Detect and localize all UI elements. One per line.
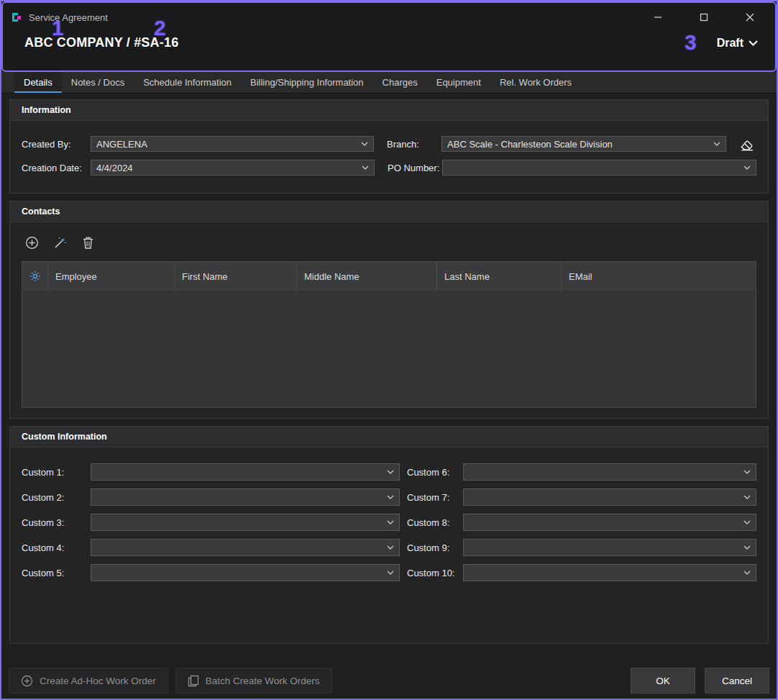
chevron-down-icon [383, 571, 394, 575]
custom-4-label: Custom 4: [22, 542, 91, 553]
service-agreement-window: Service Agreement ABC COMPANY / #SA-16 D… [0, 0, 778, 700]
custom-2-combobox[interactable] [91, 488, 400, 506]
chevron-down-icon [739, 470, 751, 474]
custom-4-combobox[interactable] [91, 539, 400, 556]
custom-1-combobox[interactable] [91, 463, 400, 481]
cancel-button[interactable]: Cancel [705, 668, 769, 694]
custom-1-label: Custom 1: [22, 467, 91, 478]
chevron-down-icon [739, 545, 751, 550]
chevron-down-icon [739, 520, 751, 524]
created-by-value: ANGELENA [96, 139, 147, 150]
chevron-down-icon [357, 142, 368, 146]
creation-date-combobox[interactable]: 4/4/2024 [91, 160, 375, 176]
po-number-combobox[interactable] [442, 160, 756, 176]
column-header-email[interactable]: EMail [562, 262, 756, 291]
custom-3-combobox[interactable] [91, 514, 400, 531]
edit-wand-icon[interactable] [51, 234, 68, 251]
footer-bar: Create Ad-Hoc Work Order Batch Create Wo… [9, 668, 769, 694]
chevron-down-icon [749, 40, 758, 46]
custom-8-combobox[interactable] [463, 514, 756, 531]
information-panel: Information Created By: ANGELENA Branch:… [9, 99, 769, 194]
custom-6-label: Custom 6: [407, 467, 463, 478]
status-label: Draft [717, 37, 743, 50]
information-header: Information [10, 100, 768, 121]
chevron-down-icon [383, 495, 394, 499]
created-by-combobox[interactable]: ANGELENA [91, 136, 374, 152]
minimize-button[interactable] [650, 9, 666, 25]
window-title: Service Agreement [29, 12, 108, 23]
tab-charges[interactable]: Charges [373, 72, 427, 93]
tab-equipment[interactable]: Equipment [427, 72, 490, 93]
chevron-down-icon [357, 165, 369, 170]
tab-schedule-information[interactable]: Schedule Information [134, 72, 241, 93]
column-header-middle-name[interactable]: Middle Name [297, 262, 437, 291]
chevron-down-icon [739, 165, 751, 170]
column-header-employee[interactable]: Employee [48, 262, 175, 291]
chevron-down-icon [383, 545, 394, 550]
app-logo-icon [10, 11, 23, 24]
annotation-marker-1: 1 [52, 16, 64, 40]
creation-date-value: 4/4/2024 [96, 163, 133, 173]
custom-6-combobox[interactable] [463, 463, 756, 481]
custom-information-panel: Custom Information Custom 1: Custom 6: C… [9, 426, 769, 644]
branch-value: ABC Scale - Charlesteon Scale Division [447, 139, 613, 150]
chevron-down-icon [739, 571, 751, 575]
contacts-grid-body[interactable] [22, 291, 756, 407]
custom-10-combobox[interactable] [463, 564, 756, 581]
chevron-down-icon [739, 495, 751, 499]
create-adhoc-work-order-label: Create Ad-Hoc Work Order [40, 676, 156, 686]
custom-8-label: Custom 8: [407, 517, 463, 528]
window-controls [650, 9, 768, 25]
created-by-label: Created By: [22, 139, 91, 150]
custom-9-label: Custom 9: [407, 542, 463, 553]
copy-pages-icon [188, 675, 199, 687]
tab-bar: Details Notes / Docs Schedule Informatio… [1, 72, 777, 94]
creation-date-label: Creation Date: [22, 163, 91, 173]
po-number-label: PO Number: [388, 163, 442, 173]
chevron-down-icon [383, 520, 394, 524]
custom-7-label: Custom 7: [407, 492, 463, 503]
contacts-grid: Employee First Name Middle Name Last Nam… [22, 261, 756, 408]
details-tab-content: Information Created By: ANGELENA Branch:… [1, 94, 777, 644]
ok-button[interactable]: OK [631, 668, 695, 694]
contacts-grid-header: Employee First Name Middle Name Last Nam… [22, 262, 756, 291]
column-header-first-name[interactable]: First Name [175, 262, 297, 291]
delete-trash-icon[interactable] [79, 234, 96, 251]
custom-5-combobox[interactable] [91, 564, 400, 581]
custom-3-label: Custom 3: [22, 517, 91, 528]
tab-details[interactable]: Details [14, 72, 62, 93]
tab-billing-shipping-information[interactable]: Billing/Shipping Information [241, 72, 373, 93]
custom-2-label: Custom 2: [22, 492, 91, 503]
clear-eraser-icon[interactable] [738, 135, 756, 153]
close-button[interactable] [742, 9, 758, 25]
column-header-last-name[interactable]: Last Name [437, 262, 562, 291]
plus-circle-icon [21, 675, 33, 687]
custom-information-header: Custom Information [10, 427, 768, 447]
custom-10-label: Custom 10: [407, 568, 463, 578]
create-adhoc-work-order-button[interactable]: Create Ad-Hoc Work Order [9, 668, 168, 694]
tab-rel-work-orders[interactable]: Rel. Work Orders [490, 72, 581, 93]
add-contact-icon[interactable] [23, 234, 40, 251]
row-indicator-sun-icon[interactable] [22, 262, 48, 291]
chevron-down-icon [709, 142, 720, 146]
contacts-toolbar [22, 234, 756, 251]
annotation-marker-2: 2 [154, 16, 166, 40]
tab-notes-docs[interactable]: Notes / Docs [62, 72, 134, 93]
titlebar: Service Agreement ABC COMPANY / #SA-16 D… [1, 1, 777, 72]
custom-9-combobox[interactable] [463, 539, 756, 556]
branch-label: Branch: [387, 139, 441, 150]
branch-combobox[interactable]: ABC Scale - Charlesteon Scale Division [441, 136, 726, 152]
custom-5-label: Custom 5: [22, 568, 91, 578]
custom-7-combobox[interactable] [463, 488, 756, 506]
maximize-button[interactable] [696, 9, 712, 25]
chevron-down-icon [383, 470, 394, 474]
annotation-marker-3: 3 [685, 30, 697, 55]
contacts-header: Contacts [10, 201, 768, 222]
batch-create-work-orders-button[interactable]: Batch Create Work Orders [175, 668, 332, 694]
status-dropdown[interactable]: Draft [717, 37, 758, 50]
contacts-panel: Contacts [9, 201, 769, 419]
batch-create-work-orders-label: Batch Create Work Orders [206, 676, 320, 686]
